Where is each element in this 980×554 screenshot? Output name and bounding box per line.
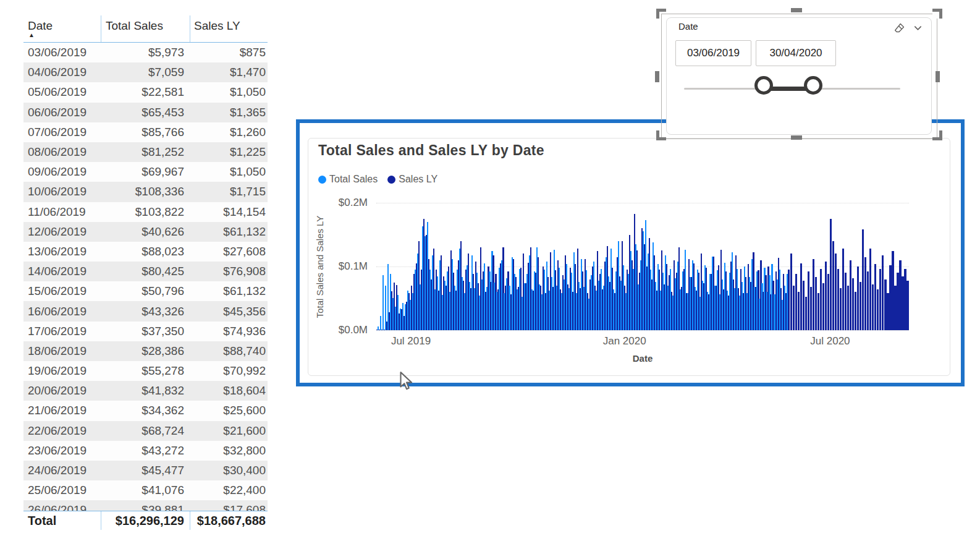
- total-sales-cell: $5,973: [101, 46, 190, 59]
- bar-total-sales[interactable]: [382, 275, 384, 330]
- sales-ly-cell: $30,400: [190, 464, 268, 477]
- total-sales-cell: $103,822: [101, 205, 190, 219]
- total-sales-cell: $22,581: [101, 85, 190, 99]
- legend-item[interactable]: Total Sales: [318, 174, 378, 185]
- sales-ly-cell: $61,132: [190, 225, 268, 239]
- column-header-date[interactable]: Date ▲: [23, 15, 101, 42]
- resize-handle-top-left[interactable]: [656, 9, 666, 19]
- table-row[interactable]: 13/06/2019$88,023$27,608: [23, 242, 268, 262]
- sort-ascending-icon[interactable]: ▲: [28, 32, 35, 39]
- sales-ly-cell: $1,470: [190, 66, 268, 79]
- table-row[interactable]: 26/06/2019$39,881$17,608: [23, 500, 268, 511]
- resize-handle-right[interactable]: [936, 71, 940, 82]
- total-sales-cell: $80,425: [101, 265, 190, 278]
- table-row[interactable]: 15/06/2019$50,796$61,132: [23, 281, 268, 301]
- sales-ly-cell: $74,936: [190, 325, 268, 338]
- bar-total-sales[interactable]: [380, 316, 381, 330]
- chevron-down-icon[interactable]: [913, 23, 923, 35]
- sales-ly-cell: $1,260: [190, 126, 268, 139]
- date-cell: 03/06/2019: [23, 46, 101, 59]
- date-cell: 05/06/2019: [23, 85, 101, 99]
- end-date-input[interactable]: 30/04/2020: [756, 40, 836, 66]
- column-header-date-label: Date: [28, 19, 53, 32]
- table-row[interactable]: 19/06/2019$55,278$70,992: [23, 361, 268, 381]
- total-sales-cell: $28,386: [101, 344, 190, 358]
- sales-ly-cell: $25,600: [190, 404, 268, 417]
- table-row[interactable]: 21/06/2019$34,362$25,600: [23, 401, 268, 420]
- date-cell: 04/06/2019: [23, 66, 101, 79]
- chart-bars[interactable]: [376, 203, 909, 330]
- sales-ly-cell: $18,604: [190, 384, 268, 398]
- eraser-icon[interactable]: [893, 22, 906, 37]
- total-sales-cell: $40,626: [101, 225, 190, 239]
- table-row[interactable]: 07/06/2019$85,766$1,260: [23, 122, 268, 142]
- y-axis-title: Total Sales and Sales LY: [315, 196, 325, 338]
- table-row[interactable]: 22/06/2019$68,724$21,600: [23, 421, 268, 441]
- table-row[interactable]: 25/06/2019$41,076$22,400: [23, 480, 268, 500]
- table-row[interactable]: 20/06/2019$41,832$18,604: [23, 381, 268, 401]
- date-cell: 24/06/2019: [23, 464, 101, 477]
- date-cell: 26/06/2019: [23, 503, 101, 511]
- legend-dot: [387, 176, 395, 184]
- date-cell: 20/06/2019: [23, 384, 101, 398]
- total-sales-cell: $55,278: [101, 364, 190, 378]
- powerbi-report-canvas: Date ▲ Total Sales Sales LY 03/06/2019$5…: [0, 0, 980, 554]
- table-row[interactable]: 05/06/2019$22,581$1,050: [23, 82, 268, 102]
- table-row[interactable]: 10/06/2019$108,336$1,715: [23, 182, 268, 202]
- table-row[interactable]: 23/06/2019$43,272$32,800: [23, 441, 268, 461]
- total-sales-cell: $43,272: [101, 444, 190, 458]
- table-row[interactable]: 16/06/2019$43,326$45,356: [23, 301, 268, 321]
- date-cell: 14/06/2019: [23, 265, 101, 278]
- slider-handle-end[interactable]: [804, 76, 822, 95]
- table-row[interactable]: 08/06/2019$81,252$1,225: [23, 142, 268, 162]
- legend-item[interactable]: Sales LY: [387, 174, 437, 185]
- total-sales-cell: $50,796: [101, 284, 190, 298]
- table-row[interactable]: 09/06/2019$69,967$1,050: [23, 162, 268, 182]
- table-row[interactable]: 12/06/2019$40,626$61,132: [23, 222, 268, 242]
- table-row[interactable]: 06/06/2019$65,453$1,365: [23, 103, 268, 122]
- table-row[interactable]: 03/06/2019$5,973$875: [23, 43, 268, 62]
- date-slicer[interactable]: Date 03/06/2019 30/04/2020: [666, 17, 932, 135]
- table-row[interactable]: 11/06/2019$103,822$14,154: [23, 202, 268, 222]
- start-date-input[interactable]: 03/06/2019: [675, 40, 751, 66]
- x-tick-label: Jul 2020: [790, 335, 870, 347]
- column-header-sales-ly[interactable]: Sales LY: [190, 15, 268, 42]
- total-sales-cell: $85,766: [101, 126, 190, 139]
- total-sales-cell: $39,881: [101, 503, 190, 511]
- resize-handle-bottom[interactable]: [791, 135, 802, 140]
- table-row[interactable]: 04/06/2019$7,059$1,470: [23, 62, 268, 82]
- date-cell: 16/06/2019: [23, 305, 101, 318]
- resize-handle-top[interactable]: [791, 8, 802, 12]
- date-cell: 10/06/2019: [23, 185, 101, 198]
- date-cell: 19/06/2019: [23, 364, 101, 378]
- table-body: 03/06/2019$5,973$87504/06/2019$7,059$1,4…: [23, 43, 268, 500]
- table-row[interactable]: 24/06/2019$45,477$30,400: [23, 461, 268, 480]
- date-cell: 13/06/2019: [23, 245, 101, 258]
- bar-chart-visual[interactable]: Total Sales and Sales LY by Date Total S…: [308, 138, 950, 376]
- total-sales-cell: $41,076: [101, 484, 190, 497]
- slider-handle-start[interactable]: [754, 76, 773, 95]
- resize-handle-bottom-left[interactable]: [656, 130, 666, 140]
- resize-handle-left[interactable]: [655, 71, 659, 82]
- resize-handle-bottom-right[interactable]: [932, 130, 942, 140]
- bar-sales-ly[interactable]: [906, 281, 909, 330]
- date-cell: 06/06/2019: [23, 106, 101, 119]
- x-tick-label: Jul 2019: [371, 335, 451, 347]
- sales-ly-cell: $88,740: [190, 344, 268, 358]
- table-row[interactable]: 17/06/2019$37,350$74,936: [23, 322, 268, 341]
- sales-table: Date ▲ Total Sales Sales LY 03/06/2019$5…: [23, 15, 268, 530]
- column-header-total-sales[interactable]: Total Sales: [101, 15, 190, 42]
- y-tick-label: $0.2M: [328, 197, 368, 209]
- total-sales-cell: $41,832: [101, 384, 190, 398]
- sales-ly-cell: $61,132: [190, 284, 268, 298]
- table-header: Date ▲ Total Sales Sales LY: [23, 15, 268, 43]
- resize-handle-top-right[interactable]: [932, 9, 942, 19]
- total-sales-cell: $65,453: [101, 106, 190, 119]
- date-cell: 22/06/2019: [23, 424, 101, 438]
- table-row[interactable]: 18/06/2019$28,386$88,740: [23, 341, 268, 361]
- table-row[interactable]: 14/06/2019$80,425$76,908: [23, 262, 268, 281]
- sales-ly-cell: $32,800: [190, 444, 268, 458]
- sales-ly-cell: $17,608: [190, 503, 268, 511]
- sales-ly-cell: $22,400: [190, 484, 268, 497]
- total-sales-cell: $7,059: [101, 66, 190, 79]
